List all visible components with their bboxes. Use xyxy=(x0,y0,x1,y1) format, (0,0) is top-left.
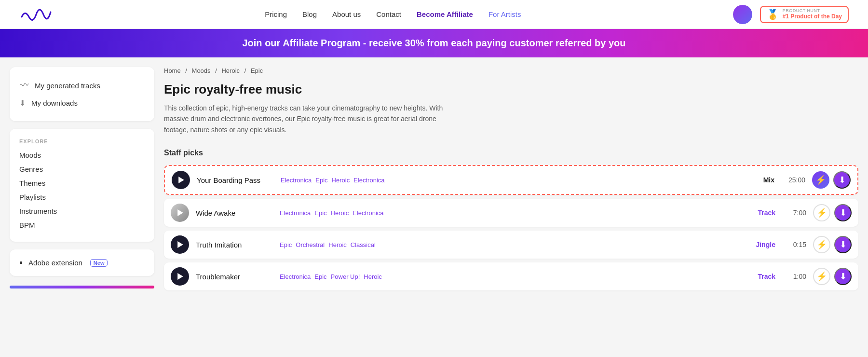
sidebar-item-my-downloads[interactable]: ⬇ My downloads xyxy=(19,95,145,111)
sidebar-item-bpm[interactable]: BPM xyxy=(19,218,145,232)
sidebar-item-genres[interactable]: Genres xyxy=(19,162,145,176)
sidebar-item-playlists[interactable]: Playlists xyxy=(19,190,145,204)
track-tags-3: Electronica Epic Power Up! Heroic xyxy=(280,273,740,280)
sidebar: My generated tracks ⬇ My downloads EXPLO… xyxy=(10,67,154,347)
svg-marker-1 xyxy=(177,209,183,216)
product-hunt-rank: #1 Product of the Day xyxy=(783,14,842,20)
track-actions-2: ⚡ ⬇ xyxy=(813,236,852,253)
play-button-1[interactable] xyxy=(171,204,189,222)
table-row: Troublemaker Electronica Epic Power Up! … xyxy=(164,262,858,290)
tag-2-0[interactable]: Epic xyxy=(280,241,292,248)
track-tags-1: Electronica Epic Heroic Electronica xyxy=(280,209,740,217)
track-type-3: Track xyxy=(746,273,775,280)
affiliate-banner-text: Join our Affiliate Program - receive 30%… xyxy=(242,38,625,48)
track-name-1: Wide Awake xyxy=(196,209,273,217)
play-button-3[interactable] xyxy=(171,267,189,286)
tag-0-1[interactable]: Epic xyxy=(315,177,327,184)
nav-blog[interactable]: Blog xyxy=(302,10,317,18)
product-hunt-icon: 🥇 xyxy=(767,9,779,20)
user-items-card: My generated tracks ⬇ My downloads xyxy=(10,67,154,121)
tag-0-3[interactable]: Electronica xyxy=(353,177,384,184)
play-button-2[interactable] xyxy=(171,235,189,254)
page-title: Epic royalty-free music xyxy=(164,82,858,97)
track-actions-3: ⚡ ⬇ xyxy=(813,268,852,285)
nav-for-artists[interactable]: For Artists xyxy=(488,10,521,18)
header: Pricing Blog About us Contact Become Aff… xyxy=(0,0,868,29)
lightning-button-2[interactable]: ⚡ xyxy=(813,236,830,253)
nav-about[interactable]: About us xyxy=(332,10,361,18)
table-row: Wide Awake Electronica Epic Heroic Elect… xyxy=(164,199,858,227)
tag-0-2[interactable]: Heroic xyxy=(332,177,350,184)
download-button-3[interactable]: ⬇ xyxy=(834,268,852,285)
table-row: Truth Imitation Epic Orchestral Heroic C… xyxy=(164,231,858,259)
breadcrumb-heroic[interactable]: Heroic xyxy=(221,67,240,74)
svg-marker-3 xyxy=(177,273,183,280)
nav-become-affiliate[interactable]: Become Affiliate xyxy=(417,10,473,18)
track-actions-1: ⚡ ⬇ xyxy=(813,204,852,221)
tag-3-0[interactable]: Electronica xyxy=(280,273,311,280)
breadcrumb: Home / Moods / Heroic / Epic xyxy=(164,67,858,74)
logo[interactable] xyxy=(19,7,53,22)
svg-marker-2 xyxy=(177,241,183,248)
explore-label: EXPLORE xyxy=(19,138,145,144)
download-icon: ⬇ xyxy=(19,98,26,108)
breadcrumb-home[interactable]: Home xyxy=(164,67,181,74)
track-list: Your Boarding Pass Electronica Epic Hero… xyxy=(164,165,858,294)
table-row: Your Boarding Pass Electronica Epic Hero… xyxy=(164,165,858,195)
lightning-button-3[interactable]: ⚡ xyxy=(813,268,830,285)
main-content: Home / Moods / Heroic / Epic Epic royalt… xyxy=(164,67,858,347)
track-duration-1: 7:00 xyxy=(782,209,806,217)
adobe-extension-label: Adobe extension xyxy=(28,259,82,267)
tag-1-2[interactable]: Heroic xyxy=(331,209,349,217)
download-button-1[interactable]: ⬇ xyxy=(834,204,852,221)
download-button-2[interactable]: ⬇ xyxy=(834,236,852,253)
track-name-0: Your Boarding Pass xyxy=(197,176,274,184)
svg-marker-0 xyxy=(178,177,184,183)
user-avatar[interactable] xyxy=(733,5,752,24)
track-type-1: Track xyxy=(746,209,775,217)
sidebar-item-generated-tracks[interactable]: My generated tracks xyxy=(19,77,145,95)
track-name-3: Troublemaker xyxy=(196,273,273,281)
main-layout: My generated tracks ⬇ My downloads EXPLO… xyxy=(0,57,868,347)
tag-2-2[interactable]: Heroic xyxy=(328,241,347,248)
sidebar-item-instruments[interactable]: Instruments xyxy=(19,204,145,218)
tag-1-3[interactable]: Electronica xyxy=(353,209,383,217)
play-button-0[interactable] xyxy=(172,171,190,189)
adobe-new-badge: New xyxy=(90,259,108,267)
tag-3-1[interactable]: Epic xyxy=(314,273,326,280)
waveform-icon xyxy=(19,81,29,91)
sidebar-item-themes[interactable]: Themes xyxy=(19,176,145,190)
nav-right: 🥇 PRODUCT HUNT #1 Product of the Day xyxy=(733,5,849,24)
tag-1-0[interactable]: Electronica xyxy=(280,209,311,217)
track-actions-0: ⚡ ⬇ xyxy=(812,171,851,189)
track-duration-0: 25:00 xyxy=(781,176,805,184)
explore-card: EXPLORE Moods Genres Themes Playlists In… xyxy=(10,129,154,242)
download-button-0[interactable]: ⬇ xyxy=(833,171,851,189)
track-duration-2: 0:15 xyxy=(782,241,806,248)
tag-2-1[interactable]: Orchestral xyxy=(296,241,325,248)
nav-contact[interactable]: Contact xyxy=(376,10,401,18)
tag-1-1[interactable]: Epic xyxy=(314,209,326,217)
tag-3-2[interactable]: Power Up! xyxy=(331,273,360,280)
my-downloads-label: My downloads xyxy=(31,99,78,107)
affiliate-banner[interactable]: Join our Affiliate Program - receive 30%… xyxy=(0,29,868,57)
tag-0-0[interactable]: Electronica xyxy=(281,177,312,184)
breadcrumb-epic[interactable]: Epic xyxy=(251,67,263,74)
adobe-extension-card[interactable]: ▪ Adobe extension New xyxy=(10,249,154,276)
adobe-icon: ▪ xyxy=(19,257,23,268)
main-nav: Pricing Blog About us Contact Become Aff… xyxy=(265,10,521,18)
track-type-2: Jingle xyxy=(746,241,775,248)
product-hunt-badge[interactable]: 🥇 PRODUCT HUNT #1 Product of the Day xyxy=(760,6,849,23)
generated-tracks-label: My generated tracks xyxy=(35,82,100,90)
lightning-button-0[interactable]: ⚡ xyxy=(812,171,829,189)
staff-picks-label: Staff picks xyxy=(164,149,858,157)
breadcrumb-moods[interactable]: Moods xyxy=(192,67,211,74)
sidebar-item-moods[interactable]: Moods xyxy=(19,148,145,162)
tag-3-3[interactable]: Heroic xyxy=(364,273,382,280)
nav-pricing[interactable]: Pricing xyxy=(265,10,287,18)
page-description: This collection of epic, high-energy tra… xyxy=(164,103,453,135)
bottom-gradient-bar xyxy=(10,286,154,288)
track-name-2: Truth Imitation xyxy=(196,241,273,249)
tag-2-3[interactable]: Classical xyxy=(351,241,376,248)
lightning-button-1[interactable]: ⚡ xyxy=(813,204,830,221)
